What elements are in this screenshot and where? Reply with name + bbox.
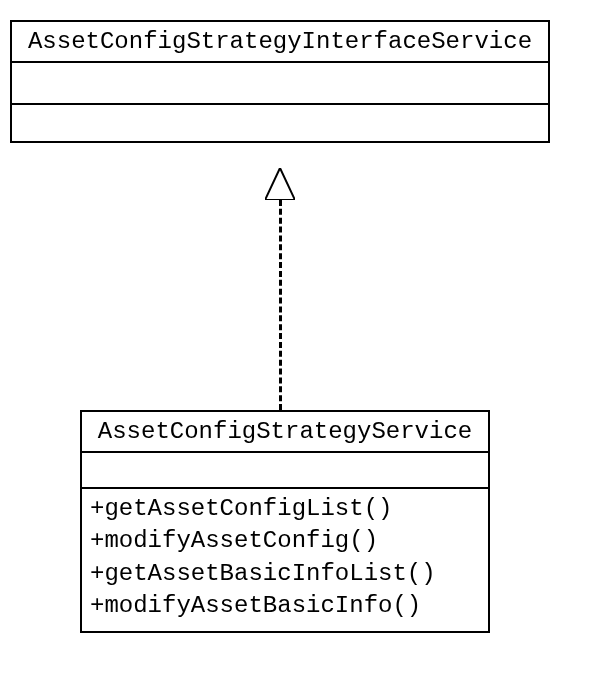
class-attributes — [82, 453, 488, 489]
class-operation: +modifyAssetConfig() — [90, 525, 480, 557]
uml-class-service: AssetConfigStrategyService +getAssetConf… — [80, 410, 490, 633]
class-operation: +modifyAssetBasicInfo() — [90, 590, 480, 622]
class-operation: +getAssetBasicInfoList() — [90, 558, 480, 590]
uml-diagram: AssetConfigStrategyInterfaceService Asse… — [0, 0, 590, 694]
class-attributes — [12, 63, 548, 105]
class-name: AssetConfigStrategyService — [82, 412, 488, 453]
class-operation: +getAssetConfigList() — [90, 493, 480, 525]
arrow-line — [279, 200, 282, 410]
svg-marker-0 — [265, 168, 295, 200]
class-operations — [12, 105, 548, 141]
class-name: AssetConfigStrategyInterfaceService — [12, 22, 548, 63]
uml-class-interface: AssetConfigStrategyInterfaceService — [10, 20, 550, 143]
arrow-head-icon — [265, 168, 295, 200]
class-operations: +getAssetConfigList() +modifyAssetConfig… — [82, 489, 488, 631]
